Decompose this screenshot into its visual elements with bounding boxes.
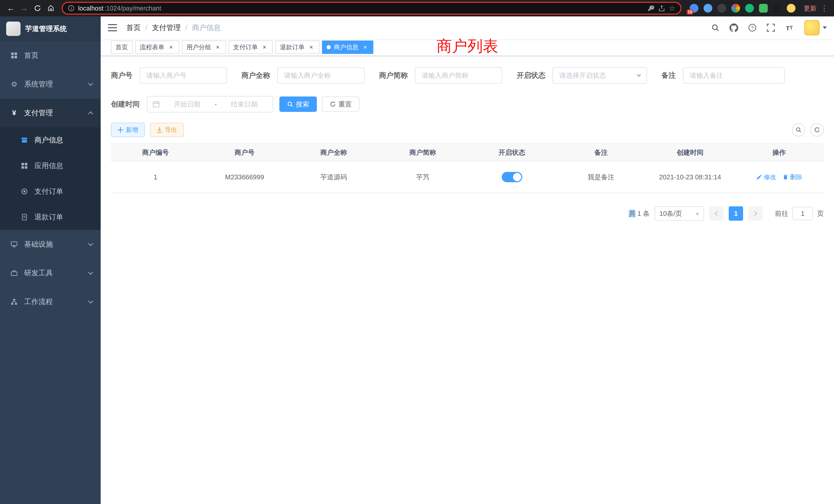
sidebar-item-payment-orders[interactable]: 支付订单: [0, 179, 101, 204]
browser-menu-icon[interactable]: ⋮: [821, 4, 828, 13]
breadcrumb-separator: /: [145, 24, 147, 32]
pagination-total-prefix: 共: [629, 210, 636, 217]
shop-icon: [21, 137, 28, 143]
date-range-picker[interactable]: 开始日期 - 结束日期: [147, 96, 273, 112]
search-icon: [287, 101, 293, 107]
status-toggle[interactable]: [502, 172, 522, 182]
date-end-placeholder[interactable]: 结束日期: [221, 100, 267, 109]
merchant-table: 商户编号 商户号 商户全称 商户简称 开启状态 备注 创建时间 操作 1 M23…: [111, 143, 824, 193]
tab-user-group[interactable]: 用户分组×: [182, 41, 226, 54]
tab-process-form[interactable]: 流程表单×: [135, 41, 179, 54]
chevron-down-icon: [823, 26, 827, 29]
sidebar-item-label: 首页: [24, 50, 92, 60]
page-info-icon[interactable]: [68, 5, 74, 12]
export-button-label: 导出: [165, 126, 177, 134]
next-page-button[interactable]: [748, 206, 763, 221]
close-icon[interactable]: ×: [214, 44, 221, 51]
export-button[interactable]: 导出: [150, 123, 184, 137]
browser-update-button[interactable]: 更新: [804, 4, 816, 13]
goto-page-input[interactable]: [792, 207, 813, 220]
breadcrumb-home[interactable]: 首页: [126, 23, 141, 32]
github-icon[interactable]: [726, 20, 742, 36]
hamburger-icon[interactable]: [108, 24, 118, 31]
prev-page-button[interactable]: [709, 206, 724, 221]
bookmark-star-icon[interactable]: ☆: [669, 4, 675, 13]
extension-face-icon[interactable]: [787, 4, 795, 13]
tab-refund-orders[interactable]: 退款订单×: [275, 41, 320, 54]
extension-pin-icon[interactable]: [773, 4, 782, 13]
password-key-icon[interactable]: [647, 5, 655, 12]
close-icon[interactable]: ×: [361, 44, 369, 51]
address-bar[interactable]: localhost:1024/pay/merchant ☆: [62, 2, 681, 15]
reset-button[interactable]: 重置: [322, 96, 359, 112]
extension-puzzle-icon[interactable]: 10: [690, 4, 698, 13]
short-name-input[interactable]: [415, 67, 502, 84]
add-button[interactable]: 新增: [111, 123, 145, 137]
sidebar-item-payment[interactable]: ¥ 支付管理: [0, 98, 101, 127]
extension-drop-icon[interactable]: [704, 4, 712, 13]
close-icon[interactable]: ×: [308, 44, 315, 51]
pagination-goto: 前往 页: [775, 207, 824, 220]
full-name-input[interactable]: [277, 67, 365, 84]
tab-label: 用户分组: [186, 43, 211, 51]
sidebar-item-home[interactable]: 首页: [0, 41, 101, 70]
short-name-label: 商户简称: [379, 71, 408, 80]
main-area: 商户列表 首页 / 支付管理 / 商户信息: [101, 17, 834, 504]
url-host: localhost: [78, 5, 104, 12]
close-icon[interactable]: ×: [261, 44, 268, 51]
search-button[interactable]: 搜索: [279, 96, 317, 112]
close-icon[interactable]: ×: [168, 44, 175, 51]
toggle-search-icon[interactable]: [792, 123, 805, 137]
extension-dark-icon[interactable]: [718, 4, 726, 13]
sidebar-item-dev-tools[interactable]: 研发工具: [0, 259, 101, 288]
fullscreen-icon[interactable]: [763, 20, 778, 36]
extension-notes-icon[interactable]: [759, 4, 768, 13]
sidebar: 芋道管理系统 首页 ⚙ 系统管理 ¥ 支付管理: [0, 17, 101, 504]
tab-payment-orders[interactable]: 支付订单×: [228, 41, 273, 54]
remark-input[interactable]: [683, 67, 785, 84]
tab-home[interactable]: 首页: [111, 41, 132, 54]
breadcrumb-payment[interactable]: 支付管理: [152, 23, 181, 32]
delete-link[interactable]: 删除: [783, 173, 803, 181]
merchant-no-label: 商户号: [111, 71, 132, 80]
page-size-select[interactable]: 10条/页: [655, 206, 704, 221]
browser-refresh-icon[interactable]: [31, 2, 44, 14]
font-size-icon[interactable]: тT: [782, 20, 797, 36]
tab-label: 首页: [115, 43, 128, 51]
sidebar-item-app-info[interactable]: 应用信息: [0, 153, 101, 179]
refresh-table-icon[interactable]: [810, 123, 824, 137]
share-icon[interactable]: [658, 5, 665, 12]
extension-profile-icon[interactable]: [731, 4, 740, 13]
merchant-no-input[interactable]: [140, 67, 227, 84]
browser-home-icon[interactable]: [44, 2, 58, 14]
browser-forward-icon[interactable]: →: [18, 2, 31, 14]
page-number-1[interactable]: 1: [729, 206, 743, 221]
tab-merchant-info[interactable]: 商户信息×: [322, 41, 373, 54]
sidebar-logo[interactable]: 芋道管理系统: [0, 17, 101, 41]
browser-back-icon[interactable]: ←: [4, 2, 18, 14]
tab-label: 支付订单: [233, 43, 258, 51]
sidebar-item-infrastructure[interactable]: 基础设施: [0, 230, 101, 259]
sidebar-item-refund-orders[interactable]: 退款订单: [0, 204, 101, 230]
sidebar-item-system[interactable]: ⚙ 系统管理: [0, 70, 101, 98]
help-icon[interactable]: ?: [745, 20, 760, 36]
grid-icon: [21, 162, 28, 169]
chevron-down-icon: [695, 213, 699, 215]
date-start-placeholder[interactable]: 开始日期: [164, 100, 211, 109]
header-search-icon[interactable]: [708, 20, 723, 36]
add-button-label: 新增: [126, 126, 138, 134]
chevron-left-icon: [715, 211, 720, 216]
col-header-full-name: 商户全称: [289, 144, 378, 161]
edit-link[interactable]: 修改: [756, 173, 776, 181]
extension-green-circle-icon[interactable]: [745, 4, 754, 13]
status-select[interactable]: 请选择开启状态: [553, 67, 647, 84]
app-title: 芋道管理系统: [25, 24, 67, 33]
user-avatar[interactable]: [804, 20, 820, 36]
sidebar-item-workflow[interactable]: 工作流程: [0, 288, 101, 316]
remark-label: 备注: [661, 71, 676, 80]
sidebar-item-merchant-info[interactable]: 商户信息: [0, 127, 101, 153]
cell-create-time: 2021-10-23 08:31:14: [645, 162, 734, 192]
user-menu[interactable]: [804, 20, 827, 36]
cell-status: [467, 162, 556, 192]
sidebar-item-label: 支付订单: [35, 187, 92, 196]
